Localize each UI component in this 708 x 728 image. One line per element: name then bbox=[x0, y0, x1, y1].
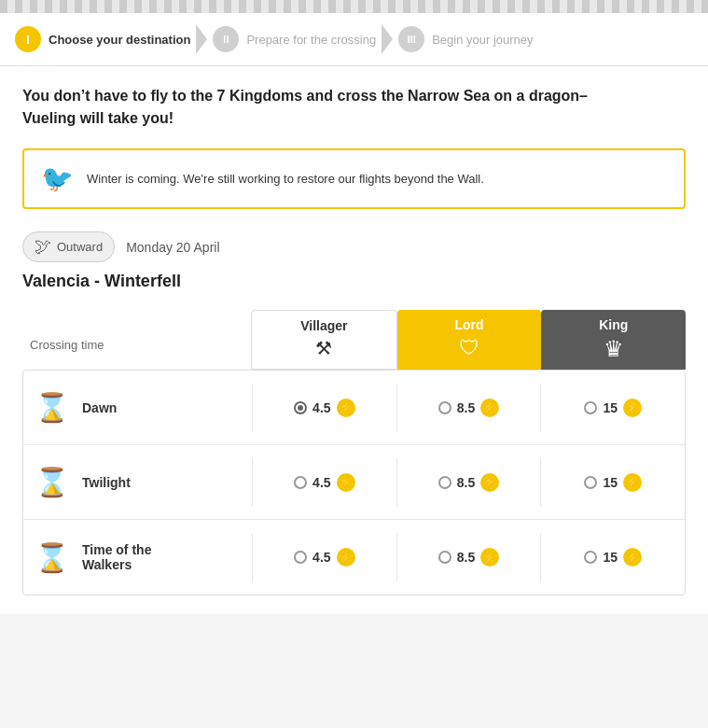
twilight-villager-price[interactable]: 4.5 ⚡ bbox=[252, 458, 396, 507]
walkers-line1: Time of the bbox=[82, 542, 151, 557]
pricing-section: Crossing time Villager ⚒ Lord 🛡 King ♛ bbox=[22, 310, 686, 595]
dawn-lord-radio[interactable] bbox=[438, 401, 451, 414]
warning-text: Winter is coming. We're still working to… bbox=[87, 172, 484, 186]
twilight-lord-price[interactable]: 8.5 ⚡ bbox=[396, 458, 541, 507]
dawn-lord-value: 8.5 bbox=[457, 400, 475, 415]
step-2[interactable]: II Prepare for the crossing bbox=[213, 26, 376, 52]
dawn-time-cell: ⌛ Dawn bbox=[23, 376, 252, 439]
coin-icon-2: ⚡ bbox=[480, 399, 499, 417]
dawn-villager-price[interactable]: 4.5 ⚡ bbox=[252, 384, 396, 432]
king-name: King bbox=[547, 317, 680, 332]
coin-icon-6: ⚡ bbox=[623, 473, 642, 492]
step-chevron-2 bbox=[382, 24, 393, 54]
table-row: ⌛ Twilight 4.5 ⚡ 8.5 ⚡ 15 ⚡ bbox=[23, 445, 685, 520]
twilight-villager-radio[interactable] bbox=[294, 476, 307, 489]
coin-icon-5: ⚡ bbox=[480, 473, 499, 492]
dawn-king-price[interactable]: 15 ⚡ bbox=[540, 384, 685, 432]
hourglass-icon: ⌛ bbox=[35, 391, 69, 424]
twilight-king-price[interactable]: 15 ⚡ bbox=[540, 458, 685, 507]
twilight-lord-radio[interactable] bbox=[438, 476, 451, 489]
twilight-king-value: 15 bbox=[603, 475, 618, 490]
dawn-villager-value: 4.5 bbox=[312, 400, 330, 415]
outward-date: Monday 20 April bbox=[126, 240, 219, 255]
walkers-king-value: 15 bbox=[603, 550, 618, 565]
villager-name: Villager bbox=[257, 318, 391, 333]
walkers-villager-radio[interactable] bbox=[294, 551, 307, 564]
twilight-label: Twilight bbox=[82, 475, 131, 490]
lord-name: Lord bbox=[403, 317, 536, 332]
pricing-table-body: ⌛ Dawn 4.5 ⚡ 8.5 ⚡ 15 ⚡ bbox=[22, 370, 686, 595]
step-3[interactable]: III Begin your journey bbox=[398, 26, 533, 52]
step-2-number: II bbox=[213, 26, 239, 52]
walkers-villager-value: 4.5 bbox=[312, 550, 330, 565]
coin-icon-3: ⚡ bbox=[623, 399, 642, 417]
outward-section: 🕊 Outward Monday 20 April bbox=[22, 231, 686, 262]
coin-icon-7: ⚡ bbox=[337, 548, 355, 567]
step-3-number: III bbox=[398, 26, 424, 52]
dawn-label: Dawn bbox=[82, 400, 117, 415]
walkers-king-price[interactable]: 15 ⚡ bbox=[540, 533, 685, 581]
outward-bird-icon: 🕊 bbox=[35, 237, 51, 257]
step-chevron-1 bbox=[196, 24, 207, 54]
coin-icon-9: ⚡ bbox=[623, 548, 642, 567]
step-2-label: Prepare for the crossing bbox=[246, 33, 376, 47]
walkers-king-radio[interactable] bbox=[584, 551, 597, 564]
step-bar: I Choose your destination II Prepare for… bbox=[0, 13, 708, 66]
coin-icon: ⚡ bbox=[337, 399, 355, 417]
walkers-label: Time of the Walkers bbox=[82, 542, 151, 572]
villager-icon: ⚒ bbox=[257, 337, 391, 359]
step-1[interactable]: I Choose your destination bbox=[15, 26, 190, 52]
outward-label: Outward bbox=[57, 240, 103, 254]
bird-icon: 🐦 bbox=[41, 163, 74, 194]
dawn-king-radio[interactable] bbox=[584, 401, 597, 414]
twilight-villager-value: 4.5 bbox=[312, 475, 330, 490]
walkers-lord-value: 8.5 bbox=[457, 550, 475, 565]
dawn-king-value: 15 bbox=[603, 400, 618, 415]
lord-icon: 🛡 bbox=[403, 336, 536, 360]
top-decorative-border bbox=[0, 0, 708, 13]
coin-icon-4: ⚡ bbox=[337, 473, 355, 492]
walkers-lord-price[interactable]: 8.5 ⚡ bbox=[396, 533, 541, 581]
step-3-label: Begin your journey bbox=[432, 33, 533, 47]
twilight-king-radio[interactable] bbox=[584, 476, 597, 489]
king-icon: ♛ bbox=[547, 336, 680, 362]
class-header-villager[interactable]: Villager ⚒ bbox=[251, 310, 397, 370]
twilight-lord-value: 8.5 bbox=[457, 475, 475, 490]
time-header-spacer: Crossing time bbox=[22, 310, 251, 370]
class-headers: Crossing time Villager ⚒ Lord 🛡 King ♛ bbox=[22, 310, 686, 370]
class-header-king[interactable]: King ♛ bbox=[541, 310, 686, 370]
hourglass-icon: ⌛ bbox=[35, 541, 69, 574]
coin-icon-8: ⚡ bbox=[480, 548, 499, 567]
table-row: ⌛ Dawn 4.5 ⚡ 8.5 ⚡ 15 ⚡ bbox=[23, 371, 685, 445]
table-row: ⌛ Time of the Walkers 4.5 ⚡ 8.5 ⚡ bbox=[23, 520, 685, 595]
outward-badge: 🕊 Outward bbox=[22, 231, 115, 262]
walkers-time-cell: ⌛ Time of the Walkers bbox=[23, 526, 252, 589]
twilight-time-cell: ⌛ Twilight bbox=[23, 451, 252, 513]
dawn-lord-price[interactable]: 8.5 ⚡ bbox=[396, 384, 541, 432]
dawn-villager-radio[interactable] bbox=[294, 401, 307, 414]
walkers-lord-radio[interactable] bbox=[438, 551, 451, 564]
hourglass-icon: ⌛ bbox=[35, 466, 69, 498]
warning-box: 🐦 Winter is coming. We're still working … bbox=[22, 148, 686, 209]
headline: You don’t have to fly to the 7 Kingdoms … bbox=[22, 85, 686, 130]
main-content: You don’t have to fly to the 7 Kingdoms … bbox=[0, 66, 708, 614]
walkers-line2: Walkers bbox=[82, 557, 151, 572]
step-1-label: Choose your destination bbox=[49, 33, 190, 47]
walkers-villager-price[interactable]: 4.5 ⚡ bbox=[252, 533, 396, 581]
step-1-number: I bbox=[15, 26, 41, 52]
class-header-lord[interactable]: Lord 🛡 bbox=[397, 310, 542, 370]
crossing-time-label: Crossing time bbox=[22, 338, 251, 352]
route-title: Valencia - Winterfell bbox=[22, 272, 686, 291]
